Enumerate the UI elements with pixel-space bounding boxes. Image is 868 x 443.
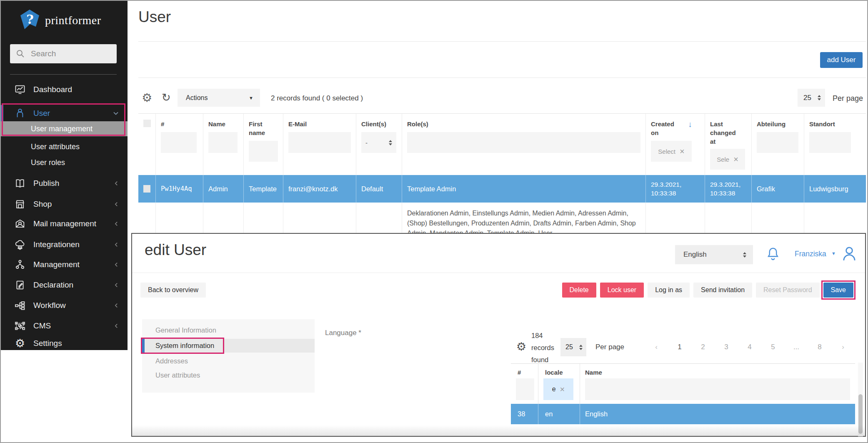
gear-icon[interactable]: ⚙ <box>516 341 526 353</box>
cell-roles: Template Admin <box>402 175 646 203</box>
pagination-prev[interactable]: ‹ <box>650 343 663 351</box>
filter-locale-input[interactable]: e × <box>543 378 573 400</box>
per-page-select[interactable]: 25 <box>798 89 825 107</box>
log-in-as-button[interactable]: Log in as <box>648 283 690 298</box>
sort-descending-icon[interactable]: ↓ <box>688 120 693 128</box>
select-updown-icon <box>743 252 746 258</box>
sidebar-item-user-attributes[interactable]: User attributes <box>1 139 128 154</box>
tab-general-information[interactable]: General Information <box>142 323 315 337</box>
scrollbar-thumb[interactable] <box>858 394 863 434</box>
header-name: Name <box>203 114 244 175</box>
row-checkbox[interactable] <box>143 185 150 193</box>
clear-filter-icon[interactable]: × <box>733 155 738 164</box>
tab-addresses[interactable]: Addresses <box>142 354 315 368</box>
column-label: Name <box>208 120 238 128</box>
sidebar-item-user[interactable]: User <box>1 105 128 122</box>
ui-language-select[interactable]: English <box>675 245 753 264</box>
sidebar-item-settings[interactable]: ⚙ Settings <box>1 335 128 352</box>
chevron-left-icon <box>113 201 119 207</box>
sidebar-item-mail-management[interactable]: Mail management <box>1 215 128 232</box>
locale-table: # locale e × Name 38 en Engli <box>511 363 855 424</box>
count-line: records <box>531 344 554 351</box>
search-input[interactable] <box>30 49 103 59</box>
account-avatar-icon[interactable] <box>840 245 858 263</box>
back-to-overview-button[interactable]: Back to overview <box>140 283 206 298</box>
sidebar-item-integrationen[interactable]: Integrationen <box>1 236 128 253</box>
filter-id-input[interactable] <box>516 378 534 400</box>
clear-filter-icon[interactable]: × <box>680 147 685 156</box>
table-row-selected[interactable]: Pw1Hy4Aq Admin Template franzi@knotz.dk … <box>138 175 866 203</box>
pagination-page-8[interactable]: 8 <box>813 343 826 351</box>
gear-icon: ⚙ <box>13 337 27 350</box>
sidebar-item-label: Dashboard <box>33 85 72 94</box>
sidebar-item-workflow[interactable]: Workflow <box>1 297 128 314</box>
search-icon <box>16 49 25 58</box>
filter-clients-select[interactable]: - <box>361 132 396 153</box>
modal-title: edit User <box>145 241 206 259</box>
filter-standort-input[interactable] <box>809 132 851 153</box>
sidebar-item-publish[interactable]: Publish <box>1 175 128 192</box>
notifications-bell-icon[interactable] <box>765 245 780 263</box>
pagination-page-5[interactable]: 5 <box>767 343 779 351</box>
delete-button[interactable]: Delete <box>562 283 596 298</box>
pagination-page-1[interactable]: 1 <box>673 343 686 351</box>
pagination-page-2[interactable]: 2 <box>697 343 709 351</box>
lock-user-button[interactable]: Lock user <box>600 283 644 298</box>
tab-user-attributes[interactable]: User attributes <box>142 368 315 382</box>
tab-label: Addresses <box>155 357 188 365</box>
filter-id-input[interactable] <box>161 132 197 153</box>
actions-dropdown[interactable]: Actions ▼ <box>178 89 260 107</box>
header-first-name: First name <box>244 114 283 175</box>
sidebar-item-cms[interactable]: CMS <box>1 318 128 334</box>
per-page-select[interactable]: 25 <box>560 338 586 356</box>
account-name[interactable]: Franziska <box>795 250 826 258</box>
column-label: Created on <box>651 120 681 137</box>
filter-name-input[interactable] <box>208 132 238 153</box>
pagination-next[interactable]: › <box>837 343 849 351</box>
header-select-all <box>138 114 156 175</box>
cell-email: franzi@knotz.dk <box>283 175 356 203</box>
caret-down-icon[interactable]: ▼ <box>831 251 836 256</box>
scrollbar-track[interactable] <box>858 363 863 436</box>
gear-icon[interactable]: ⚙ <box>142 92 152 104</box>
sidebar-item-management[interactable]: Management <box>1 256 128 273</box>
select-updown-icon <box>818 95 821 100</box>
row-checkbox-cell <box>138 175 156 203</box>
send-invitation-button[interactable]: Send invitation <box>693 283 752 298</box>
sidebar-item-user-roles[interactable]: User roles <box>1 155 128 170</box>
save-button[interactable]: Save <box>823 283 853 298</box>
records-summary: 2 records found ( 0 selected ) <box>271 94 363 103</box>
refresh-icon[interactable]: ↻ <box>162 92 171 103</box>
logo-wordmark: printformer <box>45 14 101 27</box>
filter-created-on-select[interactable]: Select × <box>651 141 692 162</box>
locale-row-selected[interactable]: 38 en English <box>511 404 855 424</box>
filter-email-input[interactable] <box>288 132 351 153</box>
tab-label: System information <box>155 342 214 350</box>
svg-text:?: ? <box>26 12 34 27</box>
add-user-button[interactable]: add User <box>820 52 863 68</box>
sidebar-item-user-management[interactable]: User management <box>1 121 128 136</box>
filter-roles-input[interactable] <box>407 132 640 153</box>
sidebar-item-shop[interactable]: Shop <box>1 196 128 213</box>
clear-filter-icon[interactable]: × <box>560 385 565 394</box>
pagination-page-3[interactable]: 3 <box>720 343 733 351</box>
filter-first-name-input[interactable] <box>249 141 278 162</box>
records-found-count: 184 records found <box>531 330 554 366</box>
document-pen-icon <box>13 278 27 292</box>
table-header-row: # Name First name E-Mail Client(s) <box>138 114 866 175</box>
sidebar-item-declaration[interactable]: Declaration <box>1 277 128 293</box>
select-all-checkbox[interactable] <box>143 120 151 127</box>
reset-password-button[interactable]: Reset Password <box>756 283 820 298</box>
filter-name-input[interactable] <box>585 378 850 400</box>
filter-abteilung-input[interactable] <box>757 132 798 153</box>
header-created-on: Created on ↓ Select × <box>646 114 705 175</box>
app-logo[interactable]: ? printformer <box>19 9 101 32</box>
pagination-page-4[interactable]: 4 <box>743 343 756 351</box>
sidebar-item-dashboard[interactable]: Dashboard <box>1 81 128 98</box>
cell-name: English <box>580 404 855 424</box>
tab-system-information[interactable]: System information <box>142 339 315 353</box>
filter-last-changed-select[interactable]: Sele × <box>710 149 745 170</box>
header-name: Name <box>580 364 855 404</box>
select-updown-icon <box>579 345 583 350</box>
divider <box>138 41 866 42</box>
